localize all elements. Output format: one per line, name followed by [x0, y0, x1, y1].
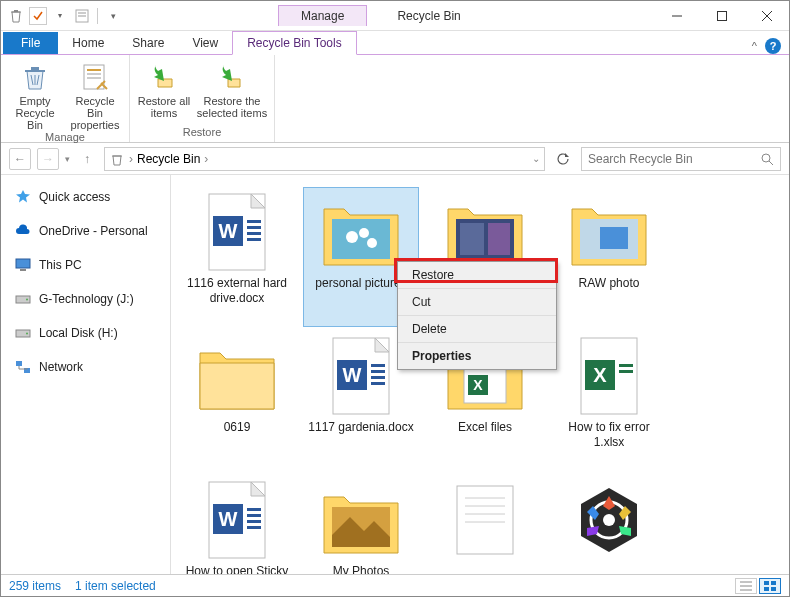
svg-text:X: X — [473, 377, 483, 393]
file-item[interactable]: W1116 external hard drive.docx — [179, 187, 295, 327]
details-view-button[interactable] — [735, 578, 757, 594]
breadcrumb[interactable]: › Recycle Bin › ⌄ — [104, 147, 545, 171]
chevron-right-icon[interactable]: › — [129, 152, 133, 166]
svg-rect-34 — [488, 223, 510, 255]
svg-rect-85 — [771, 587, 776, 591]
minimize-button[interactable] — [654, 1, 699, 30]
file-item[interactable]: XHow to fix error 1.xlsx — [551, 331, 667, 471]
menu-item-properties[interactable]: Properties — [398, 343, 556, 369]
window-title: Recycle Bin — [397, 9, 460, 23]
sidebar-item-drive-h[interactable]: Local Disk (H:) — [1, 321, 170, 345]
svg-text:W: W — [343, 364, 362, 386]
forward-button[interactable]: → — [37, 148, 59, 170]
ribbon-tabs: File Home Share View Recycle Bin Tools ^… — [1, 31, 789, 55]
collapse-ribbon-icon[interactable]: ^ — [752, 40, 757, 52]
chevron-down-icon[interactable]: ▾ — [51, 7, 69, 25]
thumbnails-view-button[interactable] — [759, 578, 781, 594]
ribbon-group-label: Manage — [45, 131, 85, 145]
back-button[interactable]: ← — [9, 148, 31, 170]
sidebar-item-label: G-Technology (J:) — [39, 292, 134, 306]
quick-access-toolbar: ▾ ▾ — [1, 7, 128, 25]
tab-view[interactable]: View — [178, 32, 232, 54]
menu-item-restore[interactable]: Restore — [398, 262, 556, 289]
sidebar-item-label: This PC — [39, 258, 82, 272]
chevron-right-icon[interactable]: › — [204, 152, 208, 166]
body: Quick access OneDrive - Personal This PC… — [1, 175, 789, 574]
ribbon-group-label: Restore — [183, 126, 222, 140]
svg-rect-27 — [247, 238, 261, 241]
file-label: personal pictures — [315, 276, 406, 291]
sidebar-item-quick-access[interactable]: Quick access — [1, 185, 170, 209]
ribbon-btn-label: Restore the selected items — [196, 95, 268, 119]
drive-icon — [15, 325, 31, 341]
menu-item-cut[interactable]: Cut — [398, 289, 556, 316]
svg-point-31 — [367, 238, 377, 248]
recent-locations-icon[interactable]: ▾ — [65, 154, 70, 164]
recycle-bin-icon[interactable] — [7, 7, 25, 25]
svg-point-16 — [26, 299, 28, 301]
svg-rect-24 — [247, 220, 261, 223]
word-icon: W — [197, 480, 277, 560]
breadcrumb-location[interactable]: Recycle Bin — [137, 152, 200, 166]
restore-all-button[interactable]: Restore all items — [136, 61, 192, 119]
svg-rect-40 — [371, 364, 385, 367]
selection-count: 1 item selected — [75, 579, 156, 593]
file-label: 1117 gardenia.docx — [308, 420, 413, 435]
ribbon: Empty Recycle Bin Recycle Bin properties… — [1, 55, 789, 143]
item-view[interactable]: W1116 external hard drive.docxpersonal p… — [171, 175, 789, 574]
contextual-tab-label: Manage — [278, 5, 367, 26]
sidebar-item-label: Local Disk (H:) — [39, 326, 118, 340]
sidebar-item-network[interactable]: Network — [1, 355, 170, 379]
star-icon — [15, 189, 31, 205]
help-icon[interactable]: ? — [765, 38, 781, 54]
svg-rect-60 — [457, 486, 513, 554]
svg-point-11 — [762, 154, 770, 162]
tab-share[interactable]: Share — [118, 32, 178, 54]
svg-rect-84 — [764, 587, 769, 591]
tab-recycle-bin-tools[interactable]: Recycle Bin Tools — [232, 31, 357, 55]
close-button[interactable] — [744, 1, 789, 30]
ribbon-group-manage: Empty Recycle Bin Recycle Bin properties… — [1, 55, 130, 142]
svg-rect-36 — [600, 227, 628, 249]
sidebar-item-drive-j[interactable]: G-Technology (J:) — [1, 287, 170, 311]
up-button[interactable]: ↑ — [76, 148, 98, 170]
file-item[interactable]: WHow to open Sticky Notes.docx — [179, 475, 295, 574]
qat-dropdown-icon[interactable]: ▾ — [104, 7, 122, 25]
sidebar-item-label: OneDrive - Personal — [39, 224, 148, 238]
svg-rect-50 — [619, 364, 633, 367]
file-item[interactable]: RAW photo — [551, 187, 667, 327]
network-icon — [15, 359, 31, 375]
file-item[interactable]: 0619 — [179, 331, 295, 471]
item-count: 259 items — [9, 579, 61, 593]
file-item[interactable]: My Photos — [303, 475, 419, 574]
search-input[interactable] — [588, 152, 760, 166]
search-box[interactable] — [581, 147, 781, 171]
svg-line-12 — [769, 161, 773, 165]
chevron-down-icon[interactable]: ⌄ — [532, 153, 540, 164]
svg-rect-13 — [16, 259, 30, 268]
refresh-button[interactable] — [551, 147, 575, 171]
menu-item-delete[interactable]: Delete — [398, 316, 556, 343]
svg-rect-26 — [247, 232, 261, 235]
file-item[interactable] — [427, 475, 543, 574]
checkmark-icon[interactable] — [29, 7, 47, 25]
svg-text:X: X — [593, 364, 607, 386]
tab-home[interactable]: Home — [58, 32, 118, 54]
svg-rect-19 — [16, 361, 22, 366]
monitor-icon — [15, 257, 31, 273]
maximize-button[interactable] — [699, 1, 744, 30]
sidebar-item-onedrive[interactable]: OneDrive - Personal — [1, 219, 170, 243]
empty-recycle-bin-button[interactable]: Empty Recycle Bin — [7, 61, 63, 131]
titlebar: ▾ ▾ Manage Recycle Bin — [1, 1, 789, 31]
properties-icon[interactable] — [73, 7, 91, 25]
cloud-icon — [15, 223, 31, 239]
svg-rect-1 — [78, 12, 86, 14]
search-icon[interactable] — [760, 152, 774, 166]
ribbon-btn-label: Recycle Bin properties — [67, 95, 123, 131]
restore-selected-button[interactable]: Restore the selected items — [196, 61, 268, 119]
file-tab[interactable]: File — [3, 32, 58, 54]
file-item[interactable] — [551, 475, 667, 574]
sidebar-item-this-pc[interactable]: This PC — [1, 253, 170, 277]
recycle-bin-properties-button[interactable]: Recycle Bin properties — [67, 61, 123, 131]
app-dark-icon — [569, 480, 649, 560]
